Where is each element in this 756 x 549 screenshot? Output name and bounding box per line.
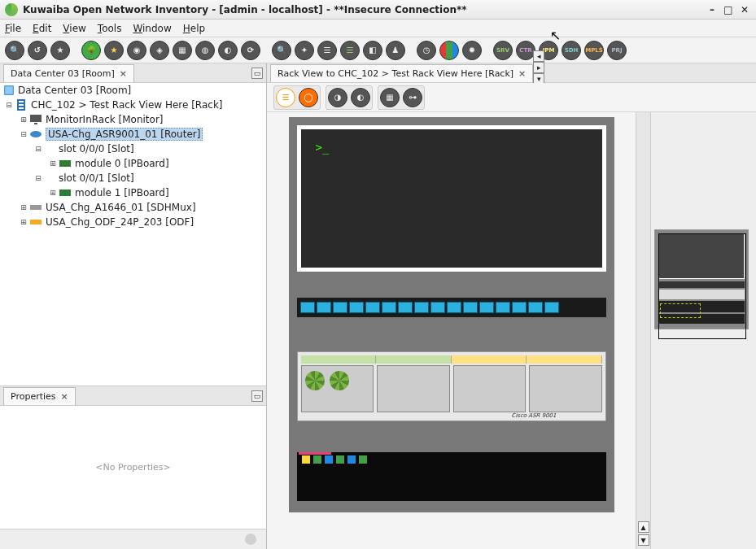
scroll-left-icon[interactable]: ◂ (533, 50, 544, 62)
tree-node-mod1[interactable]: ⊞ module 1 [IPBoard] (0, 185, 266, 200)
minimize-button[interactable]: – (706, 3, 719, 16)
srv-button[interactable]: SRV (493, 41, 513, 60)
overview-viewport[interactable] (658, 233, 746, 339)
port-icon[interactable] (414, 302, 429, 313)
user-icon[interactable]: ♟ (386, 41, 405, 60)
maximize-button[interactable]: □ (722, 3, 735, 16)
rack-canvas[interactable]: >_ Cisco A (267, 112, 636, 549)
mpls-button[interactable]: MPLS (584, 41, 604, 60)
favorite-icon[interactable]: ★ (50, 41, 70, 60)
clock-1-icon[interactable]: ◷ (417, 41, 436, 60)
router-card[interactable] (377, 365, 450, 412)
refresh-icon[interactable]: ☰ (276, 88, 295, 107)
collapse-icon[interactable]: ⊟ (33, 174, 44, 182)
network-1-icon[interactable]: ◉ (127, 41, 146, 60)
expand-icon[interactable]: ⊞ (47, 159, 59, 168)
rack-graphic[interactable]: >_ Cisco A (289, 117, 614, 512)
sync-icon[interactable]: ⟳ (241, 41, 260, 60)
scroll-down-icon[interactable]: ▾ (638, 534, 649, 546)
tree-node-rack[interactable]: ⊟ CHC_102 > Test Rack View Here [Rack] (0, 98, 266, 112)
router-card[interactable] (301, 365, 374, 412)
search-icon[interactable]: 🔍 (5, 41, 24, 60)
rack-unit-monitor[interactable]: >_ (297, 125, 606, 272)
grid-icon[interactable]: ▦ (380, 88, 400, 107)
zoom-icon[interactable]: 🔍 (272, 41, 291, 60)
navigator-tab[interactable]: Data Center 03 [Room] × (3, 64, 134, 82)
grid-icon[interactable]: ▦ (173, 41, 192, 60)
pan-icon[interactable]: ◐ (351, 88, 370, 107)
port-icon[interactable] (365, 302, 380, 313)
rackview-tab[interactable]: Rack View to CHC_102 > Test Rack View He… (270, 64, 533, 82)
close-tab-icon[interactable]: × (120, 68, 127, 79)
globe-icon[interactable]: ◍ (195, 41, 215, 60)
tree-node-mux[interactable]: ⊞ USA_Chg_A1646_01 [SDHMux] (0, 200, 266, 215)
port-icon[interactable] (447, 302, 461, 313)
port-icon[interactable] (430, 302, 445, 313)
port-icon[interactable] (528, 302, 543, 313)
collapse-icon[interactable]: ⊟ (18, 130, 29, 138)
port-icon[interactable] (382, 302, 396, 313)
package-icon[interactable]: ◧ (363, 41, 382, 60)
properties-tab[interactable]: Properties × (3, 387, 76, 405)
port-icon[interactable] (544, 302, 559, 313)
port-icon[interactable] (300, 302, 315, 313)
close-button[interactable]: ✕ (738, 3, 751, 16)
circle-o-icon[interactable]: ◯ (299, 88, 318, 107)
link-icon[interactable]: ⊶ (403, 88, 422, 107)
history-icon[interactable]: ↺ (28, 41, 47, 60)
collapse-icon[interactable]: ⊟ (33, 145, 44, 153)
port-icon[interactable] (349, 302, 364, 313)
tree-node-mod0[interactable]: ⊞ module 0 [IPBoard] (0, 156, 266, 171)
port-icon[interactable] (512, 302, 527, 313)
sdh-button[interactable]: SDH (562, 41, 581, 60)
tree-node-slot0[interactable]: ⊟ slot 0/0/0 [Slot] (0, 142, 266, 156)
overview-panel[interactable] (650, 112, 756, 549)
expand-icon[interactable]: ⊞ (18, 203, 29, 211)
tree-root[interactable]: Data Center 03 [Room] (0, 83, 266, 98)
tree-view[interactable]: Data Center 03 [Room] ⊟ CHC_102 > Test R… (0, 83, 266, 386)
minimize-pane-icon[interactable]: ▭ (251, 390, 263, 402)
router-card[interactable] (453, 365, 527, 412)
menu-help[interactable]: Help (183, 23, 205, 34)
tree-node-router[interactable]: ⊟ USA-Chg_ASR9001_01 [Router] (0, 127, 266, 142)
rack-unit-router[interactable]: Cisco ASR 9001 (297, 351, 606, 421)
menu-view[interactable]: View (63, 23, 85, 34)
nodes-icon[interactable]: ✦ (295, 41, 314, 60)
expand-icon[interactable]: ⊟ (3, 101, 15, 109)
expand-icon[interactable]: ⊞ (18, 218, 29, 226)
pointer-icon[interactable]: ◑ (328, 88, 347, 107)
overview-thumbnail[interactable] (654, 229, 749, 329)
expand-icon[interactable]: ⊞ (18, 115, 29, 124)
audit-icon[interactable]: ◐ (218, 41, 238, 60)
tree-node-monitor[interactable]: ⊞ MonitorInRack [Monitor] (0, 112, 266, 127)
menu-file[interactable]: File (5, 23, 21, 34)
expand-icon[interactable]: ⊞ (47, 189, 59, 197)
list-1-icon[interactable]: ☰ (317, 41, 337, 60)
scroll-up-icon[interactable]: ▴ (638, 521, 649, 533)
chart-icon[interactable] (439, 41, 459, 60)
tree-node-slot1[interactable]: ⊟ slot 0/0/1 [Slot] (0, 171, 266, 185)
router-card[interactable] (529, 365, 602, 412)
port-icon[interactable] (317, 302, 331, 313)
list-2-icon[interactable]: ☰ (340, 41, 360, 60)
vertical-scrollbar[interactable]: ▴ ▾ (636, 112, 650, 549)
menu-window[interactable]: Window (133, 23, 171, 34)
clock-2-icon[interactable]: ✹ (462, 41, 482, 60)
menu-edit[interactable]: Edit (33, 23, 51, 34)
minimize-pane-icon[interactable]: ▭ (251, 68, 263, 79)
rack-unit-patch-panel[interactable] (297, 298, 606, 317)
network-2-icon[interactable]: ◈ (150, 41, 169, 60)
port-icon[interactable] (463, 302, 478, 313)
menu-tools[interactable]: Tools (98, 23, 122, 34)
tree-icon[interactable]: 🌳 (81, 41, 101, 60)
prj-button[interactable]: PRJ (607, 41, 627, 60)
star-icon[interactable]: ★ (104, 41, 124, 60)
tree-node-odf[interactable]: ⊞ USA_Chg_ODF_24P_203 [ODF] (0, 215, 266, 229)
close-tab-icon[interactable]: × (61, 391, 68, 402)
port-icon[interactable] (398, 302, 413, 313)
rack-unit-mux[interactable] (297, 452, 606, 501)
port-icon[interactable] (333, 302, 347, 313)
port-icon[interactable] (496, 302, 510, 313)
scroll-right-icon[interactable]: ▸ (533, 62, 544, 73)
port-icon[interactable] (479, 302, 494, 313)
